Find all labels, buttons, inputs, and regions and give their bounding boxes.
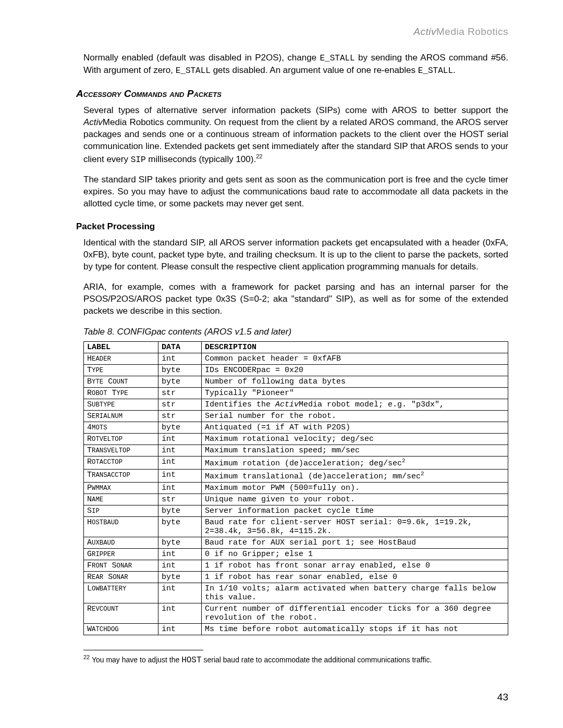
table-row: ROTACCTOP intMaximum rotation (de)accele… [84, 456, 508, 469]
table-cell-desc: 1 if robot has front sonar array enabled… [202, 560, 508, 571]
table-row: TYPEbyteIDs ENCODERpac = 0x20 [84, 364, 508, 376]
table-row: BYTE COUNTbyteNumber of following data b… [84, 376, 508, 387]
table-cell-data: int [158, 469, 202, 482]
table-cell-desc: Maximum translational (de)acceleration; … [202, 469, 508, 482]
table-cell-data: byte [158, 505, 202, 516]
table-cell-label: REAR SONAR [84, 571, 158, 583]
table-row: AUXBAUDbyteBaud rate for AUX serial port… [84, 537, 508, 548]
table-cell-desc: 1 if robot has rear sonar enabled, else … [202, 571, 508, 583]
table-cell-data: str [158, 399, 202, 410]
table-cell-data: int [158, 353, 202, 364]
table-cell-data: byte [158, 422, 202, 433]
p1-mono-3: E_STALL [418, 66, 453, 76]
table-cell-label: NAME [84, 493, 158, 505]
table-cell-label: TRANSVELTOP [84, 445, 158, 456]
table-cell-label: AUXBAUD [84, 537, 158, 548]
table-cell-data: int [158, 456, 202, 469]
table-cell-label: HOSTBAUD [84, 516, 158, 537]
table-cell-desc: Typically "Pioneer" [202, 387, 508, 399]
table-cell-label: FRONT SONAR [84, 560, 158, 571]
footnote-text-a: You may have to adjust the [90, 655, 181, 663]
table-row: TRANSVELTOP intMaximum translation speed… [84, 445, 508, 456]
table-cell-label: SERIALNUM [84, 410, 158, 422]
footnote-mono: HOST [181, 655, 201, 664]
p1-text-d: . [453, 65, 456, 75]
table-cell-desc: Serial number for the robot. [202, 410, 508, 422]
table-row: FRONT SONAR int1 if robot has front sona… [84, 560, 508, 571]
footnote-ref-22: 22 [256, 153, 262, 159]
table-row: SERIALNUM strSerial number for the robot… [84, 410, 508, 422]
table-row: HOSTBAUDbyteBaud rate for client-server … [84, 516, 508, 537]
table-row: HEADERintCommon packet header = 0xfAFB [84, 353, 508, 364]
p1-mono-1: E_STALL [320, 54, 354, 63]
footnote-text-b: serial baud rate to accommodate the addi… [202, 655, 432, 663]
table-cell-data: byte [158, 537, 202, 548]
table-caption: Table 8. CONFIGpac contents (AROS v1.5 a… [83, 327, 508, 337]
table-row: LOWBATTERY intIn 1/10 volts; alarm activ… [84, 583, 508, 603]
table-cell-desc: Maximum rotational velocity; deg/sec [202, 433, 508, 445]
table-cell-label: REVCOUNT [84, 603, 158, 623]
p2-italic: Activ [83, 117, 103, 127]
configpac-table: LABEL DATA DESCRIPTION HEADERintCommon p… [83, 341, 508, 635]
table-cell-data: byte [158, 376, 202, 387]
th-desc: DESCRIPTION [202, 341, 508, 353]
brand-header: ActivMedia Robotics [83, 26, 508, 38]
table-cell-desc: Antiquated (=1 if AT with P2OS) [202, 422, 508, 433]
table-row: SIPbyteServer information packet cycle t… [84, 505, 508, 516]
accessory-paragraph-2: The standard SIP takes priority and gets… [83, 174, 508, 210]
table-row: NAME strUnique name given to your robot. [84, 493, 508, 505]
page-container: ActivMedia Robotics Normally enabled (de… [0, 0, 563, 728]
table-row: GRIPPER int0 if no Gripper; else 1 [84, 548, 508, 560]
table-cell-data: int [158, 482, 202, 493]
table-cell-data: int [158, 623, 202, 635]
table-cell-label: ROBOT TYPE [84, 387, 158, 399]
table-cell-data: int [158, 548, 202, 560]
table-cell-label: SUBTYPE [84, 399, 158, 410]
table-cell-label: BYTE COUNT [84, 376, 158, 387]
table-cell-desc: Identifies the ActivMedia robot model; e… [202, 399, 508, 410]
th-label: LABEL [84, 341, 158, 353]
p1-text-a: Normally enabled (default was disabled i… [83, 53, 320, 63]
table-cell-label: TRANSACCTOP [84, 469, 158, 482]
packet-paragraph-1: Identical with the standard SIP, all ARO… [83, 237, 508, 273]
table-cell-label: SIP [84, 505, 158, 516]
p1-text-c: gets disabled. An argument value of one … [211, 65, 418, 75]
table-cell-desc: Maximum motor PWM (500=fully on). [202, 482, 508, 493]
table-header-row: LABEL DATA DESCRIPTION [84, 341, 508, 353]
p2-text-c: milliseconds (typically 100). [146, 154, 256, 164]
table-cell-desc: 0 if no Gripper; else 1 [202, 548, 508, 560]
table-cell-data: str [158, 410, 202, 422]
table-cell-desc: Maximum translation speed; mm/sec [202, 445, 508, 456]
table-cell-label: HEADER [84, 353, 158, 364]
footnote-number: 22 [83, 654, 90, 660]
table-cell-desc: Current number of differential encoder t… [202, 603, 508, 623]
accessory-paragraph-1: Several types of alternative server info… [83, 105, 508, 166]
table-row: SUBTYPE strIdentifies the ActivMedia rob… [84, 399, 508, 410]
table-cell-label: 4MOTS [84, 422, 158, 433]
table-cell-data: byte [158, 364, 202, 376]
table-row: REAR SONARbyte1 if robot has rear sonar … [84, 571, 508, 583]
table-cell-data: str [158, 493, 202, 505]
table-cell-desc: Unique name given to your robot. [202, 493, 508, 505]
intro-paragraph-1: Normally enabled (default was disabled i… [83, 52, 508, 77]
table-cell-data: int [158, 433, 202, 445]
table-row: ROBOT TYPEstrTypically "Pioneer" [84, 387, 508, 399]
page-number: 43 [497, 692, 508, 703]
table-cell-data: int [158, 445, 202, 456]
footnote-separator [83, 650, 203, 650]
table-cell-label: PWMMAX [84, 482, 158, 493]
table-cell-desc: Maximum rotation (de)acceleration; deg/s… [202, 456, 508, 469]
table-cell-data: byte [158, 571, 202, 583]
table-cell-desc: IDs ENCODERpac = 0x20 [202, 364, 508, 376]
table-cell-label: TYPE [84, 364, 158, 376]
table-cell-data: int [158, 603, 202, 623]
table-row: ROTVELTOP intMaximum rotational velocity… [84, 433, 508, 445]
heading-accessory: Accessory Commands and Packets [76, 88, 508, 100]
table-cell-data: int [158, 583, 202, 603]
packet-paragraph-2: ARIA, for example, comes with a framewor… [83, 281, 508, 317]
table-cell-label: WATCHDOG [84, 623, 158, 635]
table-cell-label: ROTVELTOP [84, 433, 158, 445]
brand-strong: Activ [413, 26, 436, 37]
table-cell-data: str [158, 387, 202, 399]
table-cell-data: int [158, 560, 202, 571]
